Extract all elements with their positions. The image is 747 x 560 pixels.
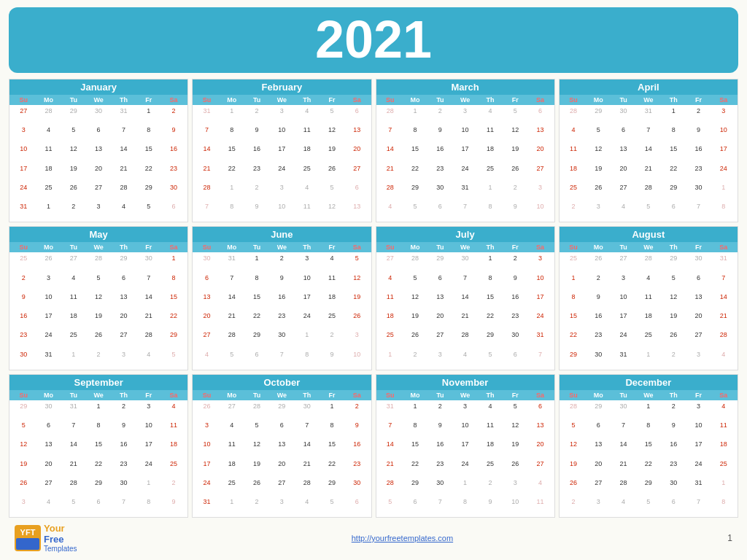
day-cell: 7 — [686, 497, 711, 516]
day-cell: 11 — [220, 439, 244, 458]
day-header-su: Su — [561, 96, 586, 104]
day-cell: 23 — [244, 163, 269, 182]
day-cell: 4 — [636, 273, 661, 292]
day-cell: 2 — [561, 497, 586, 516]
day-headers: SuMoTuWeThFrSa — [376, 242, 554, 252]
day-cell: 1 — [136, 106, 161, 125]
day-header-tu: Tu — [61, 391, 86, 400]
day-cell: 6 — [36, 420, 61, 439]
day-cell: 4 — [295, 497, 320, 516]
day-cell: 5 — [320, 106, 344, 125]
day-cell: 15 — [244, 292, 269, 311]
day-cell: 4 — [194, 349, 219, 368]
day-cell: 4 — [161, 401, 186, 420]
day-cell: 26 — [344, 311, 369, 330]
day-cell: 2 — [244, 182, 269, 201]
day-cell: 31 — [194, 497, 219, 516]
day-cell: 25 — [295, 163, 320, 182]
day-cell: 2 — [11, 273, 36, 292]
day-cell: 28 — [403, 253, 427, 272]
day-cell: 9 — [344, 420, 369, 439]
day-header-we: We — [452, 243, 477, 252]
day-cell: 15 — [403, 439, 427, 458]
day-cell: 3 — [269, 182, 294, 201]
day-cell: 20 — [527, 144, 552, 163]
day-cell: 6 — [661, 201, 686, 220]
day-cell: 19 — [61, 163, 86, 182]
day-cell: 4 — [111, 201, 136, 220]
day-header-su: Su — [194, 96, 219, 104]
day-cell: 11 — [36, 144, 61, 163]
day-cell: 4 — [711, 401, 736, 420]
day-cell: 8 — [478, 273, 503, 292]
day-cell: 28 — [561, 106, 586, 125]
day-cell: 27 — [36, 478, 61, 497]
day-cell: 1 — [403, 106, 427, 125]
day-cell: 25 — [478, 459, 503, 478]
day-cell: 26 — [561, 478, 586, 497]
day-cell: 7 — [378, 125, 403, 144]
day-cell: 10 — [611, 292, 635, 311]
day-cell: 10 — [686, 420, 711, 439]
day-cell: 13 — [344, 201, 369, 220]
day-header-th: Th — [478, 391, 503, 400]
day-cell: 3 — [452, 401, 477, 420]
day-cell: 31 — [636, 106, 661, 125]
day-cell: 29 — [320, 478, 344, 497]
day-cell: 24 — [611, 330, 635, 349]
day-cell: 14 — [136, 292, 161, 311]
day-cell: 28 — [61, 478, 86, 497]
day-cell: 1 — [403, 401, 427, 420]
logo-block: YFT Your Free Templates — [15, 524, 77, 553]
day-cell: 4 — [527, 478, 552, 497]
day-cell: 2 — [561, 201, 586, 220]
day-cell: 18 — [478, 439, 503, 458]
day-cell: 16 — [427, 144, 452, 163]
day-cell: 24 — [452, 163, 477, 182]
day-header-we: We — [636, 391, 661, 400]
day-cell: 8 — [661, 125, 686, 144]
day-cell: 1 — [478, 182, 503, 201]
year-banner: 2021 — [9, 7, 738, 73]
day-cell: 11 — [161, 420, 186, 439]
day-cell: 27 — [611, 182, 635, 201]
day-cell: 24 — [36, 330, 61, 349]
day-header-mo: Mo — [36, 243, 61, 252]
day-cell: 28 — [452, 330, 477, 349]
day-header-we: We — [636, 96, 661, 104]
day-header-mo: Mo — [403, 243, 427, 252]
day-cell: 28 — [636, 253, 661, 272]
day-cell: 7 — [136, 273, 161, 292]
day-cell: 19 — [503, 439, 527, 458]
day-cell: 21 — [220, 311, 244, 330]
day-cell: 18 — [161, 439, 186, 458]
day-cell: 23 — [427, 163, 452, 182]
day-cell: 10 — [136, 420, 161, 439]
day-cell: 31 — [61, 401, 86, 420]
day-cell: 20 — [86, 163, 111, 182]
day-cell: 12 — [503, 125, 527, 144]
day-cell: 31 — [378, 401, 403, 420]
day-cell: 21 — [452, 311, 477, 330]
day-cell: 27 — [527, 459, 552, 478]
day-cell: 16 — [269, 292, 294, 311]
day-cell: 5 — [478, 349, 503, 368]
day-cell: 20 — [586, 459, 611, 478]
day-cell: 12 — [61, 144, 86, 163]
day-cell: 24 — [194, 478, 219, 497]
day-cell: 28 — [378, 182, 403, 201]
day-cell: 2 — [61, 201, 86, 220]
footer-url[interactable]: http://yourfreetemplates.com — [352, 534, 453, 542]
day-cell: 1 — [636, 401, 661, 420]
day-cell: 21 — [611, 459, 635, 478]
day-cell: 12 — [561, 439, 586, 458]
day-cell: 29 — [161, 330, 186, 349]
day-cell: 8 — [711, 201, 736, 220]
month-header: September — [9, 375, 187, 390]
day-cell: 2 — [269, 253, 294, 272]
day-cell: 2 — [427, 106, 452, 125]
day-cell: 3 — [86, 201, 111, 220]
day-headers: SuMoTuWeThFrSa — [376, 390, 554, 400]
day-cell: 8 — [244, 273, 269, 292]
day-cell: 18 — [220, 459, 244, 478]
